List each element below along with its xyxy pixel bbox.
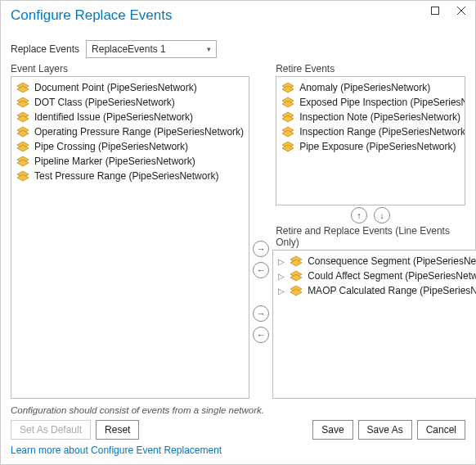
layer-icon	[16, 170, 29, 182]
list-item[interactable]: Test Pressure Range (PipeSeriesNetwork)	[13, 169, 247, 183]
chevron-down-icon: ▾	[207, 45, 211, 53]
retire-replace-list[interactable]: ▷Consequence Segment (PipeSeriesNetwork)…	[272, 250, 476, 399]
reset-button[interactable]: Reset	[96, 420, 139, 440]
list-item-label: MAOP Calculated Range (PipeSeriesNetwork…	[308, 285, 476, 296]
move-down-button[interactable]: ↓	[374, 207, 390, 223]
list-item-label: Consequence Segment (PipeSeriesNetwork)	[308, 255, 476, 267]
list-item[interactable]: Pipeline Marker (PipeSeriesNetwork)	[13, 154, 247, 169]
arrow-down-icon: ↓	[379, 210, 384, 220]
list-item[interactable]: Exposed Pipe Inspection (PipeSeriesNetwo…	[278, 95, 463, 110]
close-button[interactable]	[452, 3, 470, 18]
list-item[interactable]: ▷Could Affect Segment (PipeSeriesNetwork…	[275, 269, 476, 283]
set-default-button[interactable]: Set As Default	[11, 420, 91, 440]
replace-events-label: Replace Events	[11, 43, 79, 55]
layer-icon	[281, 82, 294, 93]
list-item[interactable]: DOT Class (PipeSeriesNetwork)	[13, 95, 247, 110]
list-item-label: Identified Issue (PipeSeriesNetwork)	[34, 111, 193, 123]
layer-icon	[290, 270, 303, 282]
expand-icon[interactable]: ▷	[278, 287, 285, 296]
maximize-button[interactable]	[426, 3, 444, 18]
layer-icon	[16, 126, 29, 138]
list-item-label: Document Point (PipeSeriesNetwork)	[34, 82, 197, 93]
arrow-left-icon: ←	[257, 330, 266, 340]
retire-events-list[interactable]: Anomaly (PipeSeriesNetwork)Exposed Pipe …	[276, 76, 465, 205]
save-button[interactable]: Save	[312, 420, 353, 440]
event-layers-list[interactable]: Document Point (PipeSeriesNetwork)DOT Cl…	[11, 76, 249, 399]
list-item-label: Pipeline Marker (PipeSeriesNetwork)	[34, 156, 195, 167]
cancel-button[interactable]: Cancel	[417, 420, 465, 440]
layer-icon	[16, 97, 29, 108]
retire-events-label: Retire Events	[276, 63, 465, 74]
retire-replace-label: Retire and Replace Events (Line Events O…	[276, 225, 465, 248]
replace-events-selected: ReplaceEvents 1	[92, 43, 166, 55]
replace-events-row: Replace Events ReplaceEvents 1 ▾	[1, 32, 475, 63]
expand-icon[interactable]: ▷	[278, 257, 285, 266]
list-item-label: Pipe Exposure (PipeSeriesNetwork)	[299, 141, 456, 152]
list-item-label: Test Pressure Range (PipeSeriesNetwork)	[34, 170, 218, 182]
list-item[interactable]: Operating Pressure Range (PipeSeriesNetw…	[13, 124, 247, 139]
learn-more-link[interactable]: Learn more about Configure Event Replace…	[1, 443, 475, 464]
layer-icon	[281, 141, 294, 152]
list-item[interactable]: Inspection Range (PipeSeriesNetwork)	[278, 124, 463, 139]
layer-icon	[290, 285, 303, 296]
list-item[interactable]: Identified Issue (PipeSeriesNetwork)	[13, 110, 247, 124]
list-item-label: DOT Class (PipeSeriesNetwork)	[34, 97, 175, 108]
list-item[interactable]: Document Point (PipeSeriesNetwork)	[13, 80, 247, 95]
list-item-label: Could Affect Segment (PipeSeriesNetwork)	[308, 270, 476, 282]
layer-icon	[16, 156, 29, 167]
layer-icon	[281, 97, 294, 108]
layer-icon	[16, 82, 29, 93]
layer-icon	[281, 126, 294, 138]
list-item[interactable]: ▷Consequence Segment (PipeSeriesNetwork)	[275, 254, 476, 269]
list-item-label: Exposed Pipe Inspection (PipeSeriesNetwo…	[299, 97, 465, 108]
save-as-button[interactable]: Save As	[358, 420, 412, 440]
list-item[interactable]: Pipe Exposure (PipeSeriesNetwork)	[278, 139, 463, 154]
replace-events-dropdown[interactable]: ReplaceEvents 1 ▾	[86, 40, 217, 58]
list-item-label: Inspection Note (PipeSeriesNetwork)	[299, 111, 460, 123]
svg-rect-0	[432, 7, 439, 15]
move-up-button[interactable]: ↑	[351, 207, 367, 223]
list-item[interactable]: Pipe Crossing (PipeSeriesNetwork)	[13, 139, 247, 154]
move-left-button-2[interactable]: ←	[253, 327, 269, 343]
layer-icon	[16, 141, 29, 152]
list-item-label: Operating Pressure Range (PipeSeriesNetw…	[34, 126, 244, 138]
list-item[interactable]: ▷MAOP Calculated Range (PipeSeriesNetwor…	[275, 283, 476, 298]
move-right-button-2[interactable]: →	[253, 305, 269, 322]
arrow-right-icon: →	[257, 309, 266, 318]
layer-icon	[290, 255, 303, 267]
list-item[interactable]: Anomaly (PipeSeriesNetwork)	[278, 80, 463, 95]
layer-icon	[16, 111, 29, 123]
config-hint: Configuration should consist of events f…	[1, 402, 475, 420]
dialog-window: Configure Replace Events Replace Events …	[0, 0, 476, 465]
list-item-label: Pipe Crossing (PipeSeriesNetwork)	[34, 141, 188, 152]
layer-icon	[281, 111, 294, 123]
arrow-up-icon: ↑	[357, 210, 361, 220]
list-item-label: Anomaly (PipeSeriesNetwork)	[299, 82, 430, 93]
dialog-title: Configure Replace Events	[11, 7, 173, 24]
list-item[interactable]: Inspection Note (PipeSeriesNetwork)	[278, 110, 463, 124]
event-layers-label: Event Layers	[11, 63, 249, 74]
expand-icon[interactable]: ▷	[278, 272, 285, 281]
list-item-label: Inspection Range (PipeSeriesNetwork)	[299, 126, 465, 138]
